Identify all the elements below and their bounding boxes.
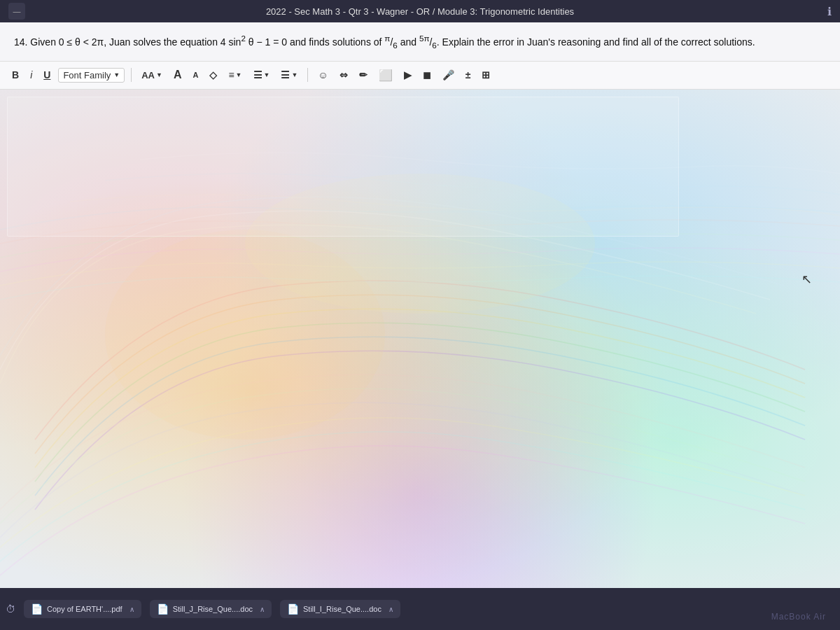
- grid-button[interactable]: ⊞: [478, 67, 493, 83]
- pencil-icon: ✏: [359, 69, 368, 80]
- browser-top-bar: — 2022 - Sec Math 3 - Qtr 3 - Wagner - O…: [0, 0, 840, 22]
- toolbar: B i U Font Family ▼ AA ▼ A A ◇ ≡ ▼ ☰ ▼: [0, 62, 840, 90]
- text-input-area[interactable]: [7, 97, 679, 237]
- plus-minus-button[interactable]: ±: [462, 67, 475, 83]
- file-arrow-2: ∧: [260, 606, 265, 613]
- link-button[interactable]: ⇔: [336, 67, 351, 83]
- font-family-label: Font Family: [63, 70, 111, 80]
- font-large-button[interactable]: A: [170, 66, 186, 83]
- browser-title: 2022 - Sec Math 3 - Qtr 3 - Wagner - OR …: [266, 6, 574, 17]
- file-name-2: Still_J_Rise_Que....doc: [173, 605, 253, 613]
- taskbar-file-2[interactable]: 📄 Still_J_Rise_Que....doc ∧: [150, 600, 272, 618]
- file-icon-1: 📄: [31, 603, 43, 615]
- toolbar-separator-2: [307, 68, 308, 82]
- file-icon-2: 📄: [157, 603, 169, 615]
- info-icon: ℹ: [827, 6, 832, 18]
- dropdown-arrow-icon-4: ▼: [264, 71, 270, 78]
- indent-button[interactable]: ☰ ▼: [277, 67, 301, 83]
- toolbar-separator-1: [131, 68, 132, 82]
- font-small-button[interactable]: A: [189, 69, 202, 81]
- image-icon: ⬜: [379, 69, 393, 82]
- video-button[interactable]: ◼: [419, 67, 435, 83]
- pencil-button[interactable]: ✏: [356, 67, 371, 83]
- bullets-button[interactable]: ☰ ▼: [250, 67, 274, 83]
- bold-button[interactable]: B: [8, 67, 22, 83]
- back-button[interactable]: —: [8, 3, 25, 20]
- eraser-icon: ◇: [209, 69, 217, 80]
- font-family-dropdown[interactable]: Font Family ▼: [58, 68, 125, 83]
- mic-icon: 🎤: [442, 69, 454, 80]
- dropdown-arrow-icon: ▼: [113, 71, 120, 78]
- macbook-label: MacBook Air: [771, 612, 826, 622]
- indent-icon: ☰: [281, 69, 290, 80]
- font-size-button[interactable]: AA ▼: [138, 68, 166, 83]
- play-icon: ▶: [404, 69, 412, 80]
- file-name-3: Still_I_Rise_Que....doc: [303, 605, 382, 613]
- question-area: 14. Given 0 ≤ θ < 2π, Juan solves the eq…: [0, 22, 840, 62]
- taskbar-clock[interactable]: ⏱: [6, 603, 15, 615]
- video-icon: ◼: [423, 69, 431, 80]
- main-content: 14. Given 0 ≤ θ < 2π, Juan solves the eq…: [0, 22, 840, 588]
- aa-icon: AA: [141, 70, 155, 80]
- question-text: Given 0 ≤ θ < 2π, Juan solves the equati…: [30, 36, 755, 48]
- dropdown-arrow-icon-2: ▼: [156, 71, 162, 78]
- info-button[interactable]: ℹ: [827, 5, 832, 18]
- plus-minus-icon: ±: [465, 69, 471, 80]
- dropdown-arrow-icon-3: ▼: [236, 71, 242, 78]
- play-button[interactable]: ▶: [400, 67, 415, 83]
- taskbar: ⏱ 📄 Copy of EARTH'....pdf ∧ 📄 Still_J_Ri…: [0, 588, 840, 630]
- emoji-button[interactable]: ☺: [314, 67, 331, 83]
- question-number: 14.: [14, 36, 27, 48]
- taskbar-file-3[interactable]: 📄 Still_I_Rise_Que....doc ∧: [280, 600, 400, 618]
- link-icon: ⇔: [340, 69, 348, 80]
- taskbar-file-1[interactable]: 📄 Copy of EARTH'....pdf ∧: [24, 600, 141, 618]
- italic-button[interactable]: i: [27, 67, 36, 83]
- font-small-icon: A: [192, 71, 198, 79]
- eraser-button[interactable]: ◇: [206, 67, 220, 83]
- align-left-icon: ≡: [228, 69, 234, 80]
- font-large-icon: A: [174, 69, 182, 81]
- file-arrow-1: ∧: [130, 606, 134, 613]
- grid-icon: ⊞: [482, 69, 490, 80]
- mic-button[interactable]: 🎤: [439, 67, 458, 83]
- dropdown-arrow-icon-5: ▼: [291, 71, 298, 78]
- bullets-icon: ☰: [253, 69, 262, 80]
- back-icon: —: [13, 7, 21, 15]
- file-name-1: Copy of EARTH'....pdf: [47, 605, 122, 613]
- underline-button[interactable]: U: [40, 67, 54, 83]
- emoji-icon: ☺: [318, 69, 328, 80]
- file-icon-3: 📄: [287, 603, 299, 615]
- editor-canvas[interactable]: ↖: [0, 90, 840, 588]
- align-left-button[interactable]: ≡ ▼: [225, 67, 245, 83]
- svg-point-1: [105, 230, 385, 440]
- image-button[interactable]: ⬜: [375, 66, 396, 84]
- file-arrow-3: ∧: [388, 606, 393, 613]
